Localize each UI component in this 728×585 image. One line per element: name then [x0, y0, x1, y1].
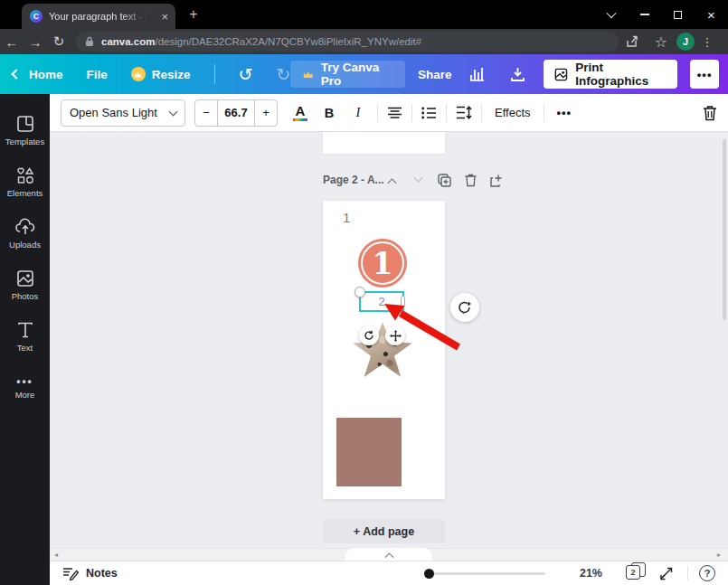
uploads-cloud-icon: [15, 218, 35, 236]
browser-share-icon[interactable]: [626, 35, 649, 48]
tab-title: Your paragraph text - Infographi: [49, 11, 150, 22]
forward-button[interactable]: →: [24, 34, 47, 50]
window-minimize-button[interactable]: [628, 0, 661, 29]
text-color-button[interactable]: A: [290, 104, 310, 122]
file-menu-button[interactable]: File: [87, 68, 108, 81]
line-spacing-button[interactable]: [456, 106, 472, 119]
move-page-up-button[interactable]: [384, 177, 399, 184]
text-icon: [16, 321, 34, 339]
left-sidebar: Templates Elements Uploads Photos Text •…: [0, 94, 50, 585]
photos-icon: [16, 269, 34, 288]
more-dots-icon: •••: [16, 377, 33, 386]
redo-button[interactable]: ↻: [276, 64, 290, 85]
sidebar-item-more[interactable]: ••• More: [0, 363, 50, 414]
font-size-increase-button[interactable]: +: [254, 100, 277, 126]
format-more-button[interactable]: •••: [553, 106, 576, 119]
comment-plus-icon: [458, 301, 472, 315]
topbar-more-button[interactable]: •••: [690, 60, 719, 89]
profile-avatar[interactable]: J: [676, 33, 695, 51]
brown-square-element[interactable]: [336, 418, 402, 486]
notes-icon: [62, 567, 79, 580]
zoom-slider-knob[interactable]: [424, 569, 434, 579]
notes-button[interactable]: Notes: [62, 567, 118, 580]
move-handle[interactable]: [385, 326, 405, 345]
zoom-level[interactable]: 21%: [580, 567, 602, 580]
font-size-decrease-button[interactable]: −: [195, 100, 218, 126]
print-infographics-button[interactable]: Print Infographics: [544, 60, 677, 89]
rotate-icon: [364, 330, 374, 341]
url-text: canva.com/design/DAE32CRaX2A/N7QCBYw8iPl…: [101, 36, 421, 47]
new-tab-button[interactable]: +: [185, 6, 202, 23]
back-button[interactable]: ←: [0, 34, 24, 50]
download-icon[interactable]: [504, 61, 531, 88]
bullet-list-button[interactable]: [421, 107, 437, 119]
format-toolbar: Open Sans Light − 66.7 + A B I: [50, 94, 728, 132]
chevron-left-icon: [11, 69, 21, 79]
bookmark-star-icon[interactable]: ☆: [649, 33, 673, 51]
home-button[interactable]: Home: [13, 68, 63, 81]
page-label: Page 2 - A...: [323, 174, 384, 186]
address-bar[interactable]: canva.com/design/DAE32CRaX2A/N7QCBYw8iPl…: [76, 32, 619, 52]
sidebar-item-templates[interactable]: Templates: [0, 105, 50, 156]
design-canvas-area[interactable]: Page 2 - A... 1: [50, 132, 728, 561]
page-count-button[interactable]: 2: [626, 565, 643, 582]
delete-button[interactable]: [703, 105, 717, 121]
page-2-canvas[interactable]: 1 1 2: [323, 201, 445, 499]
selected-text-box[interactable]: 2: [359, 291, 404, 312]
page-1-partial[interactable]: [323, 132, 445, 154]
font-family-select[interactable]: Open Sans Light: [61, 99, 185, 127]
sidebar-item-photos[interactable]: Photos: [0, 259, 50, 311]
color-rainbow-bar: [293, 118, 307, 122]
expand-panel-tab[interactable]: [345, 548, 432, 561]
sidebar-item-uploads[interactable]: Uploads: [0, 208, 50, 259]
window-menu-chevron-icon[interactable]: [594, 0, 628, 29]
horizontal-scrollbar[interactable]: ◂ ▸: [50, 548, 728, 561]
font-size-value[interactable]: 66.7: [218, 100, 254, 126]
add-page-button[interactable]: + Add page: [323, 519, 445, 543]
browser-menu-icon[interactable]: ⋮: [700, 35, 714, 49]
window-close-button[interactable]: ×: [695, 0, 728, 29]
share-button[interactable]: Share: [418, 68, 452, 81]
canva-top-bar: Home File Resize ↺ ↻ Try Canva Pro Share: [0, 54, 728, 94]
canva-favicon-icon: C: [30, 10, 43, 23]
reload-button[interactable]: ↻: [47, 33, 71, 50]
selection-side-handle[interactable]: [401, 296, 405, 307]
italic-button[interactable]: I: [348, 105, 368, 120]
help-button[interactable]: ?: [699, 565, 715, 581]
fullscreen-button[interactable]: [659, 567, 673, 580]
rotate-handle[interactable]: [359, 326, 379, 345]
window-maximize-button[interactable]: [661, 0, 695, 29]
tab-close-icon[interactable]: ×: [161, 11, 168, 23]
browser-tab[interactable]: C Your paragraph text - Infographi ×: [22, 4, 175, 29]
add-page-icon-button[interactable]: [489, 174, 504, 187]
print-image-icon: [554, 67, 568, 82]
move-page-down-button[interactable]: [411, 177, 425, 184]
window-controls: ×: [594, 0, 728, 29]
move-icon: [390, 330, 402, 342]
browser-window: C Your paragraph text - Infographi × + ×…: [0, 0, 728, 585]
browser-titlebar: C Your paragraph text - Infographi × + ×: [0, 0, 728, 29]
bold-button[interactable]: B: [319, 106, 339, 120]
undo-button[interactable]: ↺: [239, 64, 253, 85]
text-align-button[interactable]: [387, 107, 402, 119]
duplicate-page-button[interactable]: [437, 174, 451, 187]
vertical-scrollbar[interactable]: [723, 139, 726, 320]
scroll-left-icon[interactable]: ◂: [54, 551, 58, 559]
insights-chart-icon[interactable]: [464, 61, 491, 88]
elements-icon: [16, 166, 34, 184]
effects-button[interactable]: Effects: [491, 106, 534, 119]
number-badge-graphic[interactable]: 1: [358, 239, 407, 288]
delete-page-button[interactable]: [463, 174, 477, 187]
scroll-right-icon[interactable]: ▸: [717, 551, 721, 559]
chevron-down-icon: [169, 107, 178, 116]
page-text-1[interactable]: 1: [343, 210, 350, 225]
status-bar: Notes 21% 2 ?: [50, 561, 728, 585]
sidebar-item-elements[interactable]: Elements: [0, 156, 50, 208]
sidebar-item-text[interactable]: Text: [0, 311, 50, 363]
zoom-slider[interactable]: [426, 572, 545, 575]
selection-corner-handle[interactable]: [355, 287, 365, 297]
resize-button[interactable]: Resize: [131, 67, 191, 81]
comment-button[interactable]: [450, 293, 479, 322]
topbar-divider: [214, 64, 215, 84]
try-canva-pro-button[interactable]: Try Canva Pro: [290, 61, 405, 88]
